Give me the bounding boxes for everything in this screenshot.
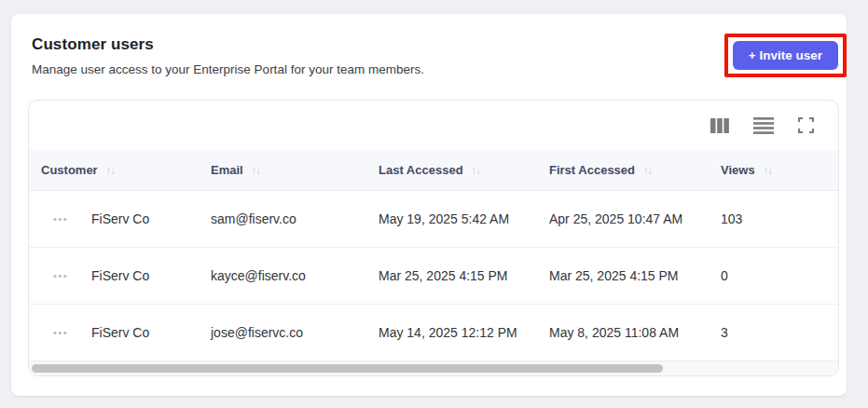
column-header-email[interactable]: Email ↑↓: [199, 163, 366, 177]
email-cell: sam@fiserv.co: [199, 211, 366, 226]
email-cell: jose@fiservc.co: [199, 325, 366, 340]
column-header-first-accessed[interactable]: First Accessed ↑↓: [537, 163, 709, 177]
last-accessed-cell: May 14, 2025 12:12 PM: [366, 325, 537, 340]
views-cell: 3: [709, 325, 838, 340]
users-table: Customer ↑↓ Email ↑↓ Last Accessed ↑↓ Fi…: [28, 100, 839, 376]
invite-user-button[interactable]: + Invite user: [733, 41, 838, 70]
column-header-last-accessed[interactable]: Last Accessed ↑↓: [366, 163, 537, 177]
table-toolbar: [29, 101, 838, 150]
annotation-highlight-box: + Invite user: [724, 34, 847, 77]
customer-users-panel: Customer users Manage user access to you…: [11, 14, 847, 396]
table-row: ••• FiServ Co jose@fiservc.co May 14, 20…: [29, 305, 838, 361]
first-accessed-cell: Mar 25, 2025 4:15 PM: [537, 268, 709, 283]
first-accessed-cell: May 8, 2025 11:08 AM: [537, 325, 709, 340]
last-accessed-cell: Mar 25, 2025 4:15 PM: [366, 268, 537, 283]
table-row: ••• FiServ Co kayce@fiserv.co Mar 25, 20…: [29, 248, 838, 305]
row-menu-icon[interactable]: •••: [41, 265, 80, 287]
panel-header: Customer users Manage user access to you…: [11, 14, 847, 76]
email-cell: kayce@fiserv.co: [199, 268, 366, 283]
table-header-row: Customer ↑↓ Email ↑↓ Last Accessed ↑↓ Fi…: [29, 150, 838, 191]
table-row: ••• FiServ Co sam@fiserv.co May 19, 2025…: [29, 191, 838, 248]
column-header-customer[interactable]: Customer ↑↓: [29, 163, 199, 177]
fullscreen-icon[interactable]: [796, 116, 816, 135]
columns-icon[interactable]: [709, 116, 731, 135]
sort-icon[interactable]: ↑↓: [764, 165, 773, 176]
row-menu-icon[interactable]: •••: [41, 321, 80, 344]
views-cell: 0: [709, 268, 838, 283]
sort-icon[interactable]: ↑↓: [252, 165, 261, 176]
first-accessed-cell: Apr 25, 2025 10:47 AM: [537, 211, 709, 226]
customer-cell: FiServ Co: [91, 325, 149, 340]
row-density-icon[interactable]: [751, 116, 776, 136]
row-menu-icon[interactable]: •••: [41, 208, 80, 230]
sort-icon[interactable]: ↑↓: [106, 165, 116, 176]
customer-cell: FiServ Co: [91, 268, 149, 283]
sort-icon[interactable]: ↑↓: [472, 165, 481, 176]
last-accessed-cell: May 19, 2025 5:42 AM: [366, 211, 537, 226]
column-header-views[interactable]: Views ↑↓: [709, 163, 838, 177]
views-cell: 103: [709, 211, 838, 226]
sort-icon[interactable]: ↑↓: [643, 165, 653, 176]
horizontal-scrollbar-thumb[interactable]: [32, 364, 663, 373]
customer-cell: FiServ Co: [91, 211, 149, 226]
horizontal-scrollbar-track[interactable]: [29, 360, 838, 375]
